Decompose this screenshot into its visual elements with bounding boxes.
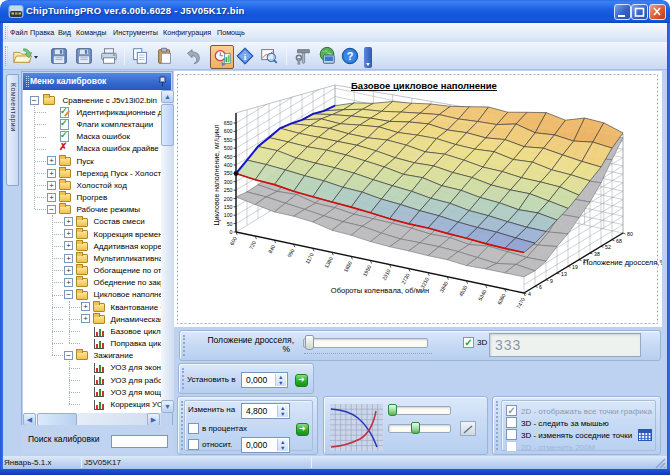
svg-text:200: 200	[224, 196, 233, 202]
svg-text:Базовое цикловое наполнение: Базовое цикловое наполнение	[351, 80, 497, 91]
svg-text:150: 150	[224, 204, 233, 210]
svg-text:52: 52	[605, 244, 611, 250]
svg-text:500: 500	[224, 145, 233, 151]
svg-text:38: 38	[594, 251, 600, 257]
svg-text:50: 50	[227, 221, 233, 227]
svg-text:80: 80	[627, 231, 633, 237]
svg-text:6: 6	[539, 284, 542, 290]
svg-text:400: 400	[224, 162, 233, 168]
svg-text:19: 19	[572, 264, 578, 270]
svg-text:4: 4	[528, 291, 531, 297]
svg-text:0: 0	[230, 229, 233, 235]
svg-text:250: 250	[224, 187, 233, 193]
svg-text:68: 68	[616, 238, 622, 244]
svg-text:Цикловое наполнение, мг/цикл: Цикловое наполнение, мг/цикл	[213, 125, 221, 226]
svg-text:550: 550	[224, 137, 233, 143]
svg-text:300: 300	[224, 179, 233, 185]
svg-text:100: 100	[224, 212, 233, 218]
svg-text:350: 350	[224, 170, 233, 176]
svg-text:600: 600	[224, 128, 233, 134]
svg-text:13: 13	[561, 271, 567, 277]
svg-text:9: 9	[550, 278, 553, 284]
svg-text:Положение дросселя,%: Положение дросселя,%	[583, 258, 662, 267]
svg-text:?: ?	[347, 50, 354, 62]
svg-text:Обороты коленвала, об/мин: Обороты коленвала, об/мин	[331, 286, 429, 295]
svg-text:450: 450	[224, 154, 233, 160]
svg-text:650: 650	[224, 120, 233, 126]
